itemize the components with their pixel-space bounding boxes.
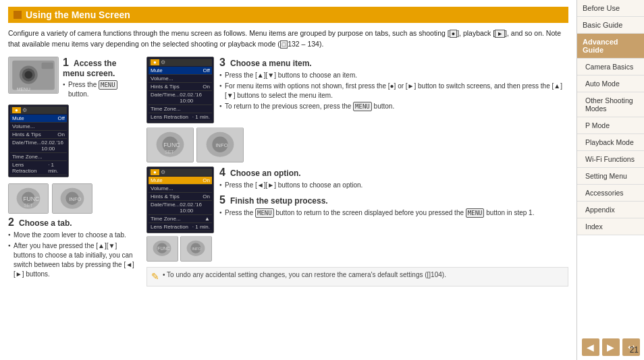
screen3-nav-images: FUNC INFO — [146, 236, 214, 262]
screen3-tab-camera: ● — [151, 169, 159, 175]
step-3-bullet-3: To return to the previous screen, press … — [219, 102, 568, 112]
screen2-row-mute: MuteOff — [149, 67, 212, 75]
step-1-row: MENU 1 Access the menu screen. Press the… — [8, 57, 140, 101]
step-3-title: Choose a menu item. — [230, 59, 312, 68]
screen1-row-mute: MuteOff — [10, 115, 67, 123]
intro-text: Configure a variety of camera functions … — [8, 28, 568, 50]
screen1-row-timezone: Time Zone... — [10, 153, 67, 161]
prev-page-button[interactable]: ◀ — [582, 338, 599, 356]
sidebar: Before Use Basic Guide Advanced Guide Ca… — [576, 0, 644, 360]
step-1-title: Access the menu screen. — [63, 59, 116, 78]
menu-screen-2: ● ⚙ MuteOff Volume... Hints & TipsOn Dat… — [146, 57, 214, 123]
screen3-row-timezone: Time Zone...▲ — [149, 215, 212, 223]
sidebar-item-basic-guide[interactable]: Basic Guide — [577, 17, 644, 34]
step3-img-right: INFO — [196, 127, 244, 162]
step3-nav-images: FUNC SET INFO — [146, 127, 568, 162]
page-title: Using the Menu Screen — [26, 9, 130, 20]
step-2-nav-images: FUNC SET INFO — [8, 183, 92, 214]
step-1-content: 1 Access the menu screen. Press the MENU… — [63, 57, 140, 101]
screen1-topbar: ● ⚙ — [10, 107, 67, 114]
step-3-bullet-2: For menu items with options not shown, f… — [219, 82, 568, 100]
step-3-bullet-1: Press the [▲][▼] buttons to choose an it… — [219, 71, 568, 80]
step-4-bullets: Press the [◄][►] buttons to choose an op… — [219, 181, 568, 190]
svg-text:FUNC: FUNC — [163, 142, 180, 148]
step-3-number: 3 — [219, 57, 225, 68]
svg-text:FUNC: FUNC — [157, 246, 170, 251]
note-icon: ✎ — [151, 270, 159, 284]
screen1-row-datetime: Date/Time...02.02.'16 10:00 — [10, 139, 67, 153]
screen2-row-hints: Hints & TipsOn — [149, 83, 212, 91]
screen3-row-hints: Hints & TipsOn — [149, 193, 212, 201]
menu-screen-3: ● ⚙ MuteOn Volume... Hints & TipsOn Date… — [146, 167, 214, 233]
step-2-bullets: Move the zoom lever to choose a tab. Aft… — [8, 231, 140, 279]
sidebar-item-advanced-guide[interactable]: Advanced Guide — [577, 34, 644, 59]
title-accent — [14, 11, 22, 19]
sidebar-item-before-use[interactable]: Before Use — [577, 0, 644, 17]
screen1-row-volume: Volume... — [10, 123, 67, 131]
step-5-title: Finish the setup process. — [230, 196, 328, 206]
page-number: 21 — [630, 345, 639, 355]
screen1-tab-settings: ⚙ — [22, 107, 27, 113]
left-column: MENU 1 Access the menu screen. Press the… — [8, 57, 140, 287]
step-5-number: 5 — [219, 194, 225, 206]
sidebar-item-appendix[interactable]: Appendix — [577, 202, 644, 218]
step-2-content: 2 Choose a tab. Move the zoom lever to c… — [8, 216, 140, 279]
screen3-tab-settings: ⚙ — [161, 169, 165, 175]
sidebar-item-playback-mode[interactable]: Playback Mode — [577, 134, 644, 151]
screen3-nav-left: FUNC — [146, 236, 178, 262]
step-2-title: Choose a tab. — [19, 218, 72, 228]
screen1-row-hints: Hints & TipsOn — [10, 131, 67, 139]
step-4-bullet-1: Press the [◄][►] buttons to choose an op… — [219, 181, 568, 190]
screen3-topbar: ● ⚙ — [149, 169, 212, 176]
menu-screen-1-wrap: ● ⚙ MuteOff Volume... Hints & TipsOn Dat… — [8, 104, 140, 177]
screen-3-col: ● ⚙ MuteOn Volume... Hints & TipsOn Date… — [146, 167, 214, 262]
step-2-row: FUNC SET INFO — [8, 181, 140, 214]
sidebar-item-wifi-functions[interactable]: Wi-Fi Functions — [577, 151, 644, 168]
sidebar-item-index[interactable]: Index — [577, 218, 644, 235]
svg-text:FUNC: FUNC — [23, 196, 39, 202]
step-2-img-left: FUNC SET — [8, 183, 49, 214]
svg-text:INFO: INFO — [215, 142, 228, 148]
step-4-title: Choose an option. — [230, 169, 301, 178]
step-5-bullet-1: Press the MENU button to return to the s… — [219, 208, 568, 218]
step-2-header: 2 Choose a tab. — [8, 216, 140, 229]
step-1-bullet-1: Press the MENU button. — [63, 80, 140, 100]
step-2-number: 2 — [8, 216, 14, 228]
step-3-header: 3 Choose a menu item. — [219, 57, 568, 69]
step-1-image: MENU — [8, 57, 59, 94]
sidebar-item-p-mode[interactable]: P Mode — [577, 117, 644, 134]
sidebar-item-accessories[interactable]: Accessories — [577, 185, 644, 202]
step-5-header: 5 Finish the setup process. — [219, 194, 568, 206]
screen2-topbar: ● ⚙ — [149, 59, 212, 66]
screen2-row-timezone: Time Zone... — [149, 105, 212, 113]
sidebar-item-camera-basics[interactable]: Camera Basics — [577, 59, 644, 76]
step3-img-left: FUNC SET — [146, 127, 194, 162]
sidebar-item-other-shooting[interactable]: Other Shooting Modes — [577, 92, 644, 117]
right-column: ● ⚙ MuteOff Volume... Hints & TipsOn Dat… — [146, 57, 568, 287]
next-page-button[interactable]: ▶ — [602, 338, 620, 356]
step-1-number: 1 — [63, 57, 69, 68]
sidebar-item-setting-menu[interactable]: Setting Menu — [577, 168, 644, 185]
screen3-row-mute: MuteOn — [149, 177, 212, 185]
screen2-tab-camera: ● — [151, 59, 159, 65]
screen1-tab-camera: ● — [12, 107, 21, 113]
page-title-bar: Using the Menu Screen — [8, 7, 568, 23]
screen3-row-volume: Volume... — [149, 185, 212, 193]
steps-4-5-row: ● ⚙ MuteOn Volume... Hints & TipsOn Date… — [146, 167, 568, 262]
screen2-tab-settings: ⚙ — [161, 59, 165, 65]
svg-point-4 — [24, 71, 32, 79]
screen3-row-datetime: Date/Time...02.02.'16 10:00 — [149, 201, 212, 215]
svg-text:SET: SET — [165, 150, 173, 154]
step-4-header: 4 Choose an option. — [219, 167, 568, 179]
step-3-bullets: Press the [▲][▼] buttons to choose an it… — [219, 71, 568, 112]
right-top-row: ● ⚙ MuteOff Volume... Hints & TipsOn Dat… — [146, 57, 568, 123]
svg-text:INFO: INFO — [69, 196, 81, 202]
screen3-nav-right: INFO — [180, 236, 212, 262]
sidebar-item-auto-mode[interactable]: Auto Mode — [577, 76, 644, 92]
step-4-number: 4 — [219, 167, 225, 178]
step-5-bullets: Press the MENU button to return to the s… — [219, 208, 568, 218]
step-1-bullets: Press the MENU button. — [63, 80, 140, 100]
steps-4-5-text: 4 Choose an option. Press the [◄][►] but… — [219, 167, 568, 262]
step-3-content: 3 Choose a menu item. Press the [▲][▼] b… — [219, 57, 568, 123]
main-content: Using the Menu Screen Configure a variet… — [0, 0, 576, 360]
